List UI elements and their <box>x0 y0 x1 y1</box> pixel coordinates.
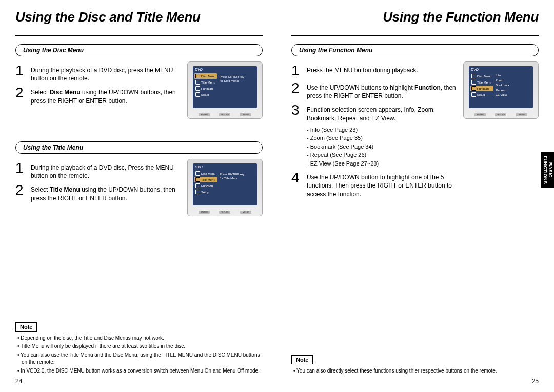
tv-disc-menu: DVD Disc MenuTitle MenuFunctionSetup Pre… <box>187 61 263 119</box>
right-notes: You can also directly select these funct… <box>291 367 539 375</box>
tv-fn-sublist: InfoZoomBookmarkRepeatEZ View <box>496 73 509 98</box>
fn-step1: Press the MENU button during playback. <box>307 64 418 74</box>
tv-fn-menu-list: Disc MenuTitle MenuFunctionSetup <box>470 73 493 98</box>
tv-disc-buttons: ENTERRETURNMENU <box>194 113 256 116</box>
tv-title-buttons: ENTERRETURNMENU <box>194 211 256 214</box>
disc-menu-pill: Using the Disc Menu <box>15 44 263 56</box>
left-notes: Depending on the disc, the Title and Dis… <box>15 335 263 375</box>
tv-disc-menu-list: Disc MenuTitle MenuFunctionSetup <box>194 73 217 98</box>
note-heading-left: Note <box>15 322 37 332</box>
fn-step4: Use the UP/DOWN button to highlight one … <box>307 171 457 198</box>
discA-step1: During the playback of a DVD disc, press… <box>31 64 181 82</box>
discB-step2: Select Title Menu using the UP/DOWN butt… <box>31 183 181 202</box>
function-menu-pill: Using the Function Menu <box>291 44 539 56</box>
left-page: Using the Disc and Title Menu Using the … <box>15 9 263 385</box>
tv-title-menu: DVD Disc MenuTitle MenuFunctionSetup Pre… <box>187 159 263 216</box>
right-title: Using the Function Menu <box>291 9 539 25</box>
title-menu-pill: Using the Title Menu <box>15 141 263 154</box>
page-number-left: 24 <box>15 378 22 385</box>
discA-step2: Select Disc Menu using the UP/DOWN butto… <box>31 86 181 105</box>
left-title: Using the Disc and Title Menu <box>15 9 263 25</box>
fn-sublist: Info (See Page 23)Zoom (See Page 35)Book… <box>307 126 457 168</box>
discB-step1: During the playback of a DVD disc, Press… <box>31 161 181 180</box>
tv-fn-buttons: ENTERRETURNMENU <box>470 113 532 116</box>
manual-spread: BASICFUNCTIONS Using the Disc and Title … <box>0 0 554 392</box>
tv-title-menu-list: Disc MenuTitle MenuFunctionSetup <box>194 171 217 195</box>
right-page: Using the Function Menu Using the Functi… <box>291 9 539 385</box>
tv-function-menu: DVD Disc MenuTitle MenuFunctionSetup Inf… <box>463 61 539 119</box>
fn-step3: Function selection screen appears, Info,… <box>307 103 457 122</box>
note-heading-right: Note <box>291 355 313 364</box>
section-tab: BASICFUNCTIONS <box>541 152 554 188</box>
page-number-right: 25 <box>532 378 539 385</box>
fn-step2: Use the UP/DOWN buttons to highlight Fun… <box>307 81 457 100</box>
